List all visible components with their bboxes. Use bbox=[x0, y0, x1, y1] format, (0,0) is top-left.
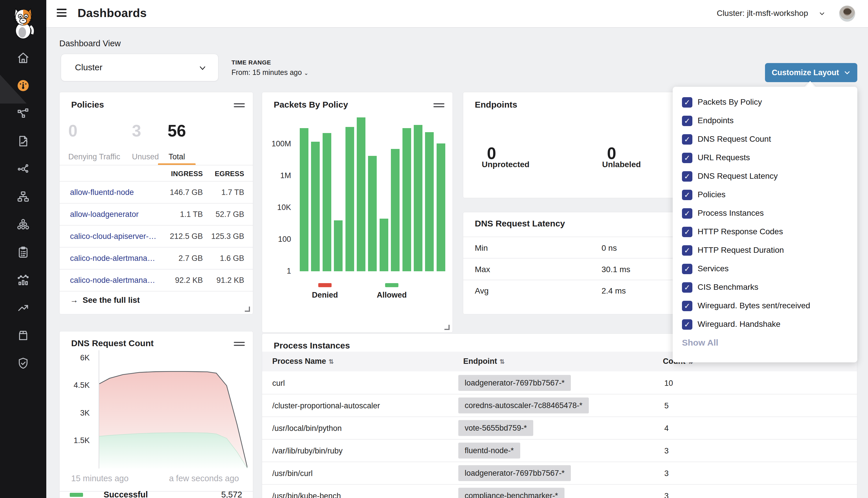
checked-checkbox[interactable]: ✓ bbox=[682, 301, 692, 311]
menu-item-dns-request-latency[interactable]: ✓DNS Request Latency bbox=[682, 170, 848, 184]
resize-handle[interactable] bbox=[444, 325, 450, 330]
process-name-column-header[interactable]: Process Name⇅ bbox=[272, 357, 334, 366]
calico-cat-logo[interactable] bbox=[9, 3, 38, 39]
cluster-switcher[interactable]: Cluster: jlt-msft-workshop bbox=[717, 9, 808, 18]
menu-item-services[interactable]: ✓Services bbox=[682, 263, 848, 276]
allowed-bar bbox=[414, 125, 423, 271]
dashboards-page: Dashboards Cluster: jlt-msft-workshop Da… bbox=[0, 0, 868, 498]
policy-ingress-value: 212.5 GB bbox=[170, 232, 203, 241]
menu-item-endpoints[interactable]: ✓Endpoints bbox=[682, 115, 848, 128]
sidebar-item-service-graph[interactable] bbox=[16, 162, 30, 175]
user-avatar[interactable] bbox=[839, 5, 855, 22]
allowed-bar bbox=[437, 143, 445, 271]
endpoint-column-header[interactable]: Endpoint⇅ bbox=[463, 357, 505, 366]
menu-item-process-instances[interactable]: ✓Process Instances bbox=[682, 207, 848, 221]
show-all-link[interactable]: Show All bbox=[682, 338, 718, 348]
checked-checkbox[interactable]: ✓ bbox=[682, 227, 692, 237]
sidebar-item-sitemap[interactable] bbox=[16, 190, 30, 203]
allowed-bar bbox=[334, 220, 342, 271]
menu-item-cis-benchmarks[interactable]: ✓CIS Benchmarks bbox=[682, 281, 848, 295]
customize-layout-button[interactable]: Customize Layout bbox=[765, 63, 857, 82]
sidebar-item-home[interactable] bbox=[16, 51, 30, 65]
sidebar-item-policies-edit[interactable] bbox=[16, 134, 30, 148]
drag-handle-icon[interactable] bbox=[234, 103, 245, 108]
sidebar-item-package-box[interactable] bbox=[16, 329, 30, 342]
sidebar-item-timeline-stats[interactable] bbox=[16, 273, 30, 287]
sidebar-item-dashboards[interactable] bbox=[16, 79, 30, 92]
row-divider bbox=[262, 461, 857, 462]
endpoint-chip[interactable]: loadgenerator-7697bb7567-* bbox=[458, 465, 571, 481]
policy-name-link[interactable]: calico-node-alertmana… bbox=[70, 254, 155, 263]
checked-checkbox[interactable]: ✓ bbox=[682, 171, 692, 182]
policy-name-link[interactable]: allow-loadgenerator bbox=[70, 210, 139, 219]
service-graph-icon bbox=[16, 162, 30, 175]
see-full-list-link[interactable]: → See the full list bbox=[70, 296, 140, 305]
sort-icon[interactable]: ⇅ bbox=[500, 358, 505, 365]
successful-legend-value: 5,572 bbox=[221, 490, 242, 498]
allowed-bar bbox=[300, 128, 308, 271]
checked-checkbox[interactable]: ✓ bbox=[682, 153, 692, 163]
alerts-trending-icon bbox=[16, 301, 30, 314]
dashboard-view-select[interactable]: Cluster bbox=[61, 54, 218, 81]
policy-name-link[interactable]: allow-fluentd-node bbox=[70, 188, 134, 197]
menu-item-url-requests[interactable]: ✓URL Requests bbox=[682, 152, 848, 166]
x-axis-label-start: 15 minutes ago bbox=[71, 474, 128, 483]
checked-checkbox[interactable]: ✓ bbox=[682, 282, 692, 293]
menu-item-dns-request-count[interactable]: ✓DNS Request Count bbox=[682, 133, 848, 147]
packets-bar-chart bbox=[300, 117, 448, 271]
sidebar-item-compliance-clipboard[interactable] bbox=[16, 246, 30, 259]
chevron-down-icon[interactable] bbox=[819, 10, 825, 17]
process-name-cell: /usr/bin/curl bbox=[272, 469, 313, 478]
y-axis-tick: 1 bbox=[265, 267, 291, 276]
checked-checkbox[interactable]: ✓ bbox=[682, 116, 692, 126]
time-range-value[interactable]: From: 15 minutes ago ⌄ bbox=[232, 68, 308, 77]
row-divider bbox=[262, 394, 857, 394]
checked-checkbox[interactable]: ✓ bbox=[682, 245, 692, 255]
menu-item-label: Process Instances bbox=[698, 209, 764, 218]
drag-handle-icon[interactable] bbox=[433, 103, 444, 108]
menu-item-policies[interactable]: ✓Policies bbox=[682, 188, 848, 202]
menu-item-label: URL Requests bbox=[698, 153, 750, 162]
policy-name-link[interactable]: calico-node-alertmana… bbox=[70, 276, 155, 285]
resize-handle[interactable] bbox=[245, 306, 250, 312]
menu-item-label: DNS Request Count bbox=[698, 134, 771, 144]
checked-checkbox[interactable]: ✓ bbox=[682, 264, 692, 274]
checked-checkbox[interactable]: ✓ bbox=[682, 134, 692, 145]
checked-checkbox[interactable]: ✓ bbox=[682, 208, 692, 219]
menu-item-wireguard-bytes-sent-received[interactable]: ✓Wireguard. Bytes sent/received bbox=[682, 300, 848, 314]
process-count-cell: 10 bbox=[664, 379, 673, 388]
policies-stat-label-1[interactable]: Unused bbox=[132, 153, 159, 161]
sidebar-item-endpoints-cluster[interactable] bbox=[16, 218, 30, 231]
endpoint-chip[interactable]: fluentd-node-* bbox=[458, 443, 520, 459]
policy-ingress-value: 92.2 KB bbox=[175, 276, 203, 285]
drag-handle-icon[interactable] bbox=[234, 342, 245, 347]
checked-checkbox[interactable]: ✓ bbox=[682, 97, 692, 108]
menu-item-label: DNS Request Latency bbox=[698, 171, 778, 181]
menu-item-wireguard-handshake[interactable]: ✓Wireguard. Handshake bbox=[682, 318, 848, 332]
dns-area-chart bbox=[99, 350, 247, 469]
menu-item-packets-by-policy[interactable]: ✓Packets By Policy bbox=[682, 96, 848, 110]
policies-stat-label-0[interactable]: Denying Traffic bbox=[68, 153, 120, 161]
sidebar-item-shield-check[interactable] bbox=[16, 357, 30, 370]
endpoint-chip[interactable]: compliance-benchmarker-* bbox=[458, 488, 565, 498]
process-count-cell: 3 bbox=[664, 469, 669, 478]
policies-stat-label-2[interactable]: Total bbox=[158, 153, 196, 161]
endpoint-chip[interactable]: vote-5655bd759-* bbox=[458, 420, 533, 436]
checked-checkbox[interactable]: ✓ bbox=[682, 190, 692, 200]
sidebar-item-network-graph[interactable] bbox=[16, 107, 30, 120]
menu-item-http-request-duration[interactable]: ✓HTTP Request Duration bbox=[682, 244, 848, 258]
policy-name-link[interactable]: calico-cloud-apiserver-… bbox=[70, 232, 157, 241]
endpoint-chip[interactable]: coredns-autoscaler-7c88465478-* bbox=[458, 398, 589, 414]
hamburger-menu-icon[interactable] bbox=[57, 9, 67, 17]
row-divider bbox=[60, 225, 253, 226]
checked-checkbox[interactable]: ✓ bbox=[682, 319, 692, 330]
menu-item-http-response-codes[interactable]: ✓HTTP Response Codes bbox=[682, 226, 848, 239]
sort-icon[interactable]: ⇅ bbox=[328, 358, 334, 365]
policies-stat-value-2: 56 bbox=[158, 121, 196, 140]
policy-egress-value: 125.3 GB bbox=[211, 232, 244, 241]
policy-ingress-value: 1.1 TB bbox=[180, 210, 203, 219]
menu-item-label: HTTP Request Duration bbox=[698, 246, 784, 255]
endpoint-chip[interactable]: loadgenerator-7697bb7567-* bbox=[458, 375, 571, 391]
policies-stat-value-1: 3 bbox=[132, 121, 141, 140]
sidebar-item-alerts-trending[interactable] bbox=[16, 301, 30, 314]
